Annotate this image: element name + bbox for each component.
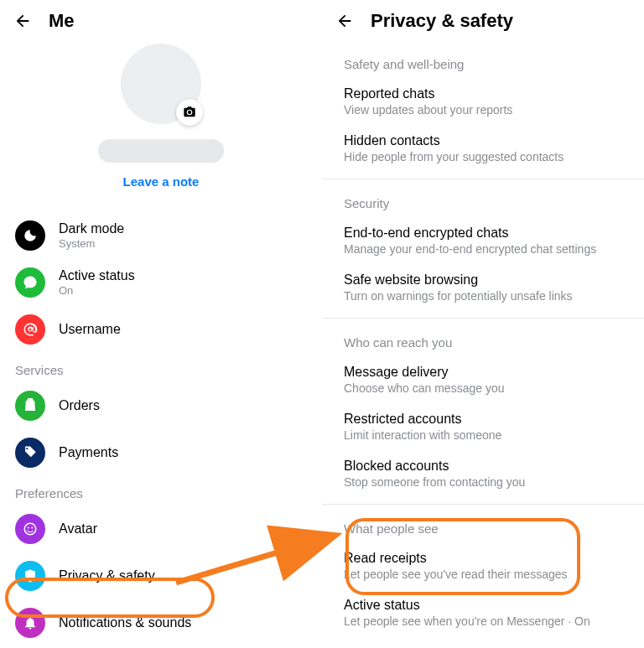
- settings-list: Dark mode System Active status On User: [0, 195, 322, 646]
- setting-desc: Turn on warnings for potentially unsafe …: [344, 289, 622, 303]
- section-what-people-see: What people see: [322, 505, 644, 542]
- row-title: Notifications & sounds: [59, 615, 191, 630]
- row-title: Active status: [59, 268, 135, 283]
- item-blocked-accounts[interactable]: Blocked accounts Stop someone from conta…: [322, 450, 644, 497]
- svg-point-1: [28, 527, 29, 529]
- moon-icon: [15, 220, 45, 251]
- row-title: Dark mode: [59, 221, 124, 236]
- setting-title: Active status: [344, 598, 622, 613]
- arrow-left-icon: [335, 12, 354, 30]
- profile-block: Leave a note: [0, 40, 322, 195]
- row-title: Privacy & safety: [59, 568, 155, 583]
- setting-title: Restricted accounts: [344, 412, 622, 427]
- row-title: Username: [59, 322, 121, 337]
- avatar[interactable]: [121, 44, 201, 124]
- item-message-delivery[interactable]: Message delivery Choose who can message …: [322, 356, 644, 403]
- arrow-left-icon: [13, 12, 32, 30]
- setting-title: Safe website browsing: [344, 272, 622, 288]
- svg-point-2: [31, 527, 33, 529]
- item-restricted-accounts[interactable]: Restricted accounts Limit interaction wi…: [322, 403, 644, 450]
- setting-desc: Hide people from your suggested contacts: [344, 150, 622, 163]
- at-sign-icon: [15, 314, 45, 345]
- section-services: Services: [0, 353, 322, 382]
- row-notifications[interactable]: Notifications & sounds: [0, 599, 322, 646]
- section-security: Security: [322, 179, 644, 217]
- back-button[interactable]: [12, 10, 34, 32]
- item-safe-browsing[interactable]: Safe website browsing Turn on warnings f…: [322, 264, 644, 311]
- svg-point-0: [24, 523, 36, 535]
- camera-button[interactable]: [176, 99, 203, 126]
- privacy-safety-screen: Privacy & safety Safety and well-being R…: [322, 0, 644, 648]
- row-privacy-safety[interactable]: Privacy & safety: [0, 552, 322, 599]
- note-placeholder[interactable]: [98, 139, 224, 163]
- setting-title: End-to-end encrypted chats: [344, 226, 622, 241]
- row-sub: System: [59, 237, 124, 250]
- row-username[interactable]: Username: [0, 306, 322, 353]
- page-title: Privacy & safety: [371, 10, 513, 32]
- face-icon: [15, 514, 45, 544]
- privacy-header: Privacy & safety: [322, 0, 644, 40]
- setting-title: Message delivery: [344, 365, 622, 380]
- section-preferences: Preferences: [0, 476, 322, 505]
- row-payments[interactable]: Payments: [0, 429, 322, 476]
- item-active-status[interactable]: Active status Let people see when you're…: [322, 589, 644, 636]
- row-title: Orders: [59, 398, 100, 413]
- setting-desc: Limit interaction with someone: [344, 428, 622, 442]
- leave-note-link[interactable]: Leave a note: [123, 174, 200, 189]
- me-screen: Me Leave a note Dark mode System: [0, 0, 322, 648]
- setting-title: Hidden contacts: [344, 133, 622, 148]
- setting-desc: Let people see you've read their message…: [344, 568, 622, 581]
- row-title: Avatar: [59, 521, 97, 537]
- setting-title: Reported chats: [344, 86, 622, 101]
- row-title: Payments: [59, 445, 118, 460]
- bag-icon: [15, 391, 45, 421]
- row-sub: On: [59, 284, 135, 297]
- item-hidden-contacts[interactable]: Hidden contacts Hide people from your su…: [322, 125, 644, 172]
- row-active-status[interactable]: Active status On: [0, 259, 322, 306]
- setting-desc: Let people see when you're on Messenger …: [344, 614, 622, 628]
- chat-bubble-icon: [15, 267, 45, 298]
- back-button[interactable]: [334, 10, 356, 32]
- setting-desc: View updates about your reports: [344, 103, 622, 117]
- shield-icon: [15, 561, 45, 591]
- item-read-receipts[interactable]: Read receipts Let people see you've read…: [322, 542, 644, 589]
- item-reported-chats[interactable]: Reported chats View updates about your r…: [322, 78, 644, 125]
- me-header: Me: [0, 0, 322, 40]
- section-safety: Safety and well-being: [322, 40, 644, 78]
- setting-desc: Stop someone from contacting you: [344, 475, 622, 489]
- item-e2e-chats[interactable]: End-to-end encrypted chats Manage your e…: [322, 217, 644, 264]
- page-title: Me: [49, 10, 75, 32]
- bell-icon: [15, 608, 45, 638]
- setting-desc: Manage your end-to-end encrypted chat se…: [344, 242, 622, 256]
- setting-title: Blocked accounts: [344, 459, 622, 474]
- section-reach: Who can reach you: [322, 319, 644, 356]
- row-orders[interactable]: Orders: [0, 382, 322, 429]
- setting-title: Read receipts: [344, 551, 622, 566]
- row-dark-mode[interactable]: Dark mode System: [0, 212, 322, 259]
- camera-icon: [183, 106, 196, 119]
- setting-desc: Choose who can message you: [344, 381, 622, 395]
- row-avatar[interactable]: Avatar: [0, 505, 322, 552]
- tag-icon: [15, 438, 45, 468]
